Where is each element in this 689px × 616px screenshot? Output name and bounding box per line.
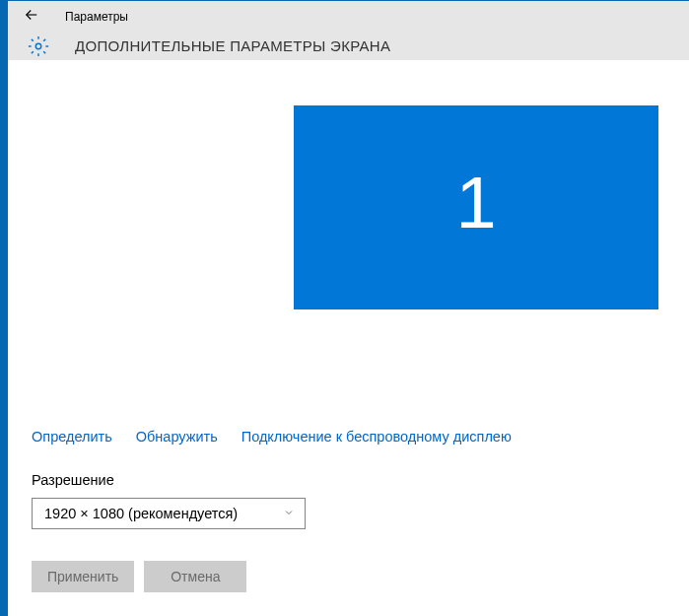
- apply-button[interactable]: Применить: [32, 561, 134, 592]
- settings-window: Параметры ДОПОЛНИТЕЛЬНЫЕ ПАРАМЕТРЫ ЭКРАН…: [0, 0, 689, 616]
- content-area: 1 Определить Обнаружить Подключение к бе…: [8, 60, 689, 616]
- arrow-left-icon: [23, 6, 40, 28]
- cancel-button[interactable]: Отмена: [144, 561, 246, 592]
- resolution-select[interactable]: 1920 × 1080 (рекомендуется): [32, 498, 306, 529]
- window-title: Параметры: [65, 10, 128, 24]
- display-preview: 1: [32, 60, 665, 415]
- action-buttons: Применить Отмена: [32, 561, 665, 592]
- detect-link[interactable]: Обнаружить: [136, 429, 218, 445]
- display-actions: Определить Обнаружить Подключение к бесп…: [32, 429, 665, 445]
- back-button[interactable]: [16, 1, 47, 33]
- titlebar: Параметры: [8, 1, 689, 33]
- wireless-display-link[interactable]: Подключение к беспроводному дисплею: [241, 429, 512, 445]
- svg-point-0: [35, 43, 41, 49]
- identify-link[interactable]: Определить: [32, 429, 112, 445]
- gear-icon: [28, 35, 49, 57]
- page-title: ДОПОЛНИТЕЛЬНЫЕ ПАРАМЕТРЫ ЭКРАНА: [75, 37, 390, 54]
- resolution-label: Разрешение: [32, 472, 665, 488]
- page-header: ДОПОЛНИТЕЛЬНЫЕ ПАРАМЕТРЫ ЭКРАНА: [8, 33, 689, 60]
- chevron-down-icon: [283, 506, 295, 521]
- monitor-thumbnail[interactable]: 1: [294, 105, 658, 309]
- monitor-number: 1: [455, 167, 496, 249]
- resolution-value: 1920 × 1080 (рекомендуется): [44, 506, 238, 521]
